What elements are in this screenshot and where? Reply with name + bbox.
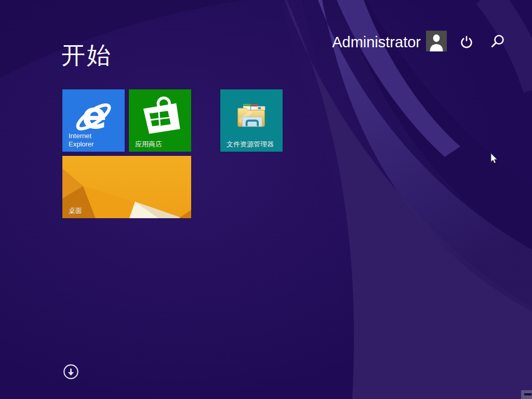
scrollbar-thumb (524, 393, 531, 395)
store-bag-icon (137, 94, 183, 140)
folder-icon (236, 103, 267, 130)
page-title: 开始 (61, 43, 112, 67)
user-silhouette-icon (426, 31, 447, 51)
all-apps-button[interactable] (63, 364, 79, 380)
tile-label-desktop: 桌面 (69, 207, 82, 215)
circled-down-arrow-icon (63, 364, 79, 380)
svg-text:e: e (82, 95, 107, 137)
power-icon (458, 34, 475, 51)
search-icon (488, 33, 506, 50)
user-avatar[interactable] (426, 31, 447, 51)
tile-file-explorer[interactable]: 文件资源管理器 (220, 89, 283, 152)
tile-label-store: 应用商店 (135, 140, 162, 149)
power-button[interactable] (458, 34, 475, 51)
tile-label-line: Explorer (69, 140, 94, 149)
tile-label-file-explorer: 文件资源管理器 (227, 140, 274, 149)
tile-label-internet-explorer: Internet Explorer (69, 132, 94, 149)
tile-store[interactable]: 应用商店 (129, 89, 191, 152)
tile-label-line: Internet (69, 132, 94, 140)
tile-internet-explorer[interactable]: e Internet Explorer (62, 89, 125, 152)
scrollbar-corner[interactable] (521, 390, 532, 399)
search-button[interactable] (488, 33, 506, 50)
tile-desktop[interactable]: 桌面 (62, 156, 191, 218)
user-name[interactable]: Administrator (332, 33, 421, 51)
